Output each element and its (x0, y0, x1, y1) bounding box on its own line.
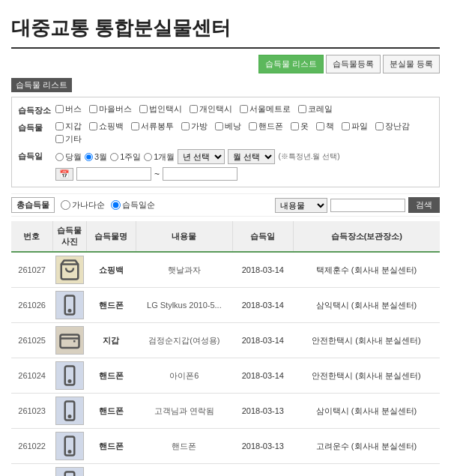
date-month[interactable]: 1개월 (144, 151, 175, 163)
item-clothes[interactable]: 옷 (291, 121, 309, 132)
start-date-input[interactable] (76, 167, 151, 181)
item-checkbox-group: 지갑 쇼핑백 서류봉투 가방 베낭 핸드폰 옷 책 파일 장난감 기타 (55, 121, 433, 145)
sort-total-label: 총습득물 (11, 197, 55, 213)
search-button[interactable]: 검색 (408, 197, 440, 213)
lost-register-btn[interactable]: 습득물등록 (326, 55, 381, 73)
svg-point-2 (69, 310, 71, 312)
section-label: 습득물 리스트 (11, 78, 72, 92)
cell-num-4: 261023 (11, 394, 52, 429)
cell-num-1: 261026 (11, 288, 52, 323)
cell-date-1: 2018-03-14 (233, 288, 294, 323)
place-bus[interactable]: 버스 (55, 103, 82, 115)
cell-num-5: 261022 (11, 429, 52, 464)
cell-name-2: 지갑 (86, 323, 136, 358)
filter-item-content: 지갑 쇼핑백 서류봉투 가방 베낭 핸드폰 옷 책 파일 장난감 기타 (55, 121, 433, 145)
item-wallet[interactable]: 지갑 (55, 121, 82, 132)
main-title: 대중교통 통합분실물센터 (11, 7, 440, 49)
cell-date-4: 2018-03-13 (233, 394, 294, 429)
filter-date-content: 당월 3월 1주일 1개월 년 선택2018201720162015201420… (55, 149, 433, 181)
col-place: 습득장소(보관장소) (293, 221, 440, 252)
filter-place-row: 습득장소 버스 마을버스 법인택시 개인택시 서울메트로 코레일 (18, 103, 433, 116)
cell-content-0: 햇날과자 (136, 252, 232, 288)
filter-place-content: 버스 마을버스 법인택시 개인택시 서울메트로 코레일 (55, 103, 433, 115)
cell-img-2 (52, 323, 86, 358)
date-this-month[interactable]: 당월 (55, 151, 82, 163)
cell-place-5: 고려운수 (회사내 분실센터) (293, 429, 440, 464)
item-book[interactable]: 책 (316, 121, 334, 132)
col-name: 습득물명 (86, 221, 136, 252)
table-row[interactable]: 261024 핸드폰 아이폰6 2018-03-14 안전한택시 (회사내 분실… (11, 358, 440, 394)
cell-date-5: 2018-03-13 (233, 429, 294, 464)
cell-content-6: 노트(한•민 010-4••2-•... (136, 464, 232, 477)
item-phone[interactable]: 핸드폰 (249, 121, 283, 132)
cell-img-6 (52, 464, 86, 477)
date-march[interactable]: 3월 (85, 151, 107, 163)
col-num: 번호 (11, 221, 52, 252)
sort-bar: 총습득물 가나다순 습득일순 내용물습득물명습득장소 검색 (11, 193, 440, 217)
cell-name-6: 핸드폰 (86, 464, 136, 477)
item-shopping-bag[interactable]: 쇼핑백 (89, 121, 124, 132)
cell-num-2: 261025 (11, 323, 52, 358)
cell-content-4: 고객님과 연락됨 (136, 394, 232, 429)
filter-item-row: 습득물 지갑 쇼핑백 서류봉투 가방 베낭 핸드폰 옷 책 파일 장난감 기타 (18, 121, 433, 145)
end-date-input[interactable] (163, 167, 237, 181)
place-seoul-metro[interactable]: 서울메트로 (240, 103, 291, 115)
cell-place-2: 안전한택시 (회사내 분실센터) (293, 323, 440, 358)
filter-date-label: 습득일 (18, 149, 55, 162)
filter-item-label: 습득물 (18, 121, 55, 133)
table-row[interactable]: 261025 지갑 검정순지갑(여성용) 2018-03-14 안전한택시 (회… (11, 323, 440, 358)
sort-date-label[interactable]: 습득일순 (111, 199, 155, 211)
cell-content-3: 아이폰6 (136, 358, 232, 394)
item-toy[interactable]: 장난감 (375, 121, 410, 132)
place-corp-taxi[interactable]: 법인택시 (139, 103, 182, 115)
search-category-select[interactable]: 내용물습득물명습득장소 (275, 198, 327, 213)
item-other[interactable]: 기타 (55, 133, 82, 145)
month-select[interactable]: 월 선택1월2월3월4월5월6월7월8월9월10월11월12월 (228, 149, 275, 164)
place-priv-taxi[interactable]: 개인택시 (190, 103, 232, 115)
search-input[interactable] (330, 199, 405, 212)
item-envelope[interactable]: 서류봉투 (131, 121, 174, 132)
svg-point-9 (69, 451, 71, 453)
cell-img-5 (52, 429, 86, 464)
item-backpack[interactable]: 베낭 (215, 121, 241, 132)
cell-img-3 (52, 358, 86, 394)
item-file[interactable]: 파일 (342, 121, 368, 132)
table-row[interactable]: 261021 핸드폰 노트(한•민 010-4••2-•... 2018-03-… (11, 464, 440, 477)
lost-list-btn[interactable]: 습득물 리스트 (258, 55, 324, 73)
place-korail[interactable]: 코레일 (298, 103, 333, 115)
cell-date-6: 2018-03-13 (233, 464, 294, 477)
place-village-bus[interactable]: 마을버스 (89, 103, 132, 115)
col-date: 습득일 (233, 221, 294, 252)
year-select[interactable]: 년 선택201820172016201520142013201220112010 (178, 149, 225, 164)
lost-item-register-btn[interactable]: 분실물 등록 (383, 55, 440, 73)
cell-img-4 (52, 394, 86, 429)
start-calendar-btn[interactable]: 📅 (55, 168, 73, 181)
cell-place-4: 삼이택시 (회사내 분실센터) (293, 394, 440, 429)
item-bag[interactable]: 가방 (181, 121, 208, 132)
cell-place-6: 삼익택시 (회사내 분실센터) (293, 464, 440, 477)
svg-rect-10 (65, 472, 75, 477)
cell-name-0: 쇼핑백 (86, 252, 136, 288)
cell-date-0: 2018-03-14 (233, 252, 294, 288)
cell-name-5: 핸드폰 (86, 429, 136, 464)
cell-num-3: 261024 (11, 358, 52, 394)
date-radio-row: 당월 3월 1주일 1개월 년 선택2018201720162015201420… (55, 149, 433, 164)
cell-num-0: 261027 (11, 252, 52, 288)
top-buttons: 습득물 리스트 습득물등록 분실물 등록 (11, 55, 440, 73)
cell-place-1: 삼익택시 (회사내 분실센터) (293, 288, 440, 323)
date-week[interactable]: 1주일 (110, 151, 141, 163)
filter-place-label: 습득장소 (18, 103, 55, 116)
table-row[interactable]: 261022 핸드폰 핸드폰 2018-03-13 고려운수 (회사내 분실센터… (11, 429, 440, 464)
filter-date-row: 습득일 당월 3월 1주일 1개월 년 선택201820172016201520… (18, 149, 433, 181)
cell-img-0 (52, 252, 86, 288)
cell-name-4: 핸드폰 (86, 394, 136, 429)
table-row[interactable]: 261026 핸드폰 LG Stylkus 2010-5... 2018-03-… (11, 288, 440, 323)
sort-alpha-label[interactable]: 가나다순 (61, 199, 105, 211)
cell-place-0: 택제훈수 (회사내 분실센터) (293, 252, 440, 288)
table-row[interactable]: 261027 쇼핑백 햇날과자 2018-03-14 택제훈수 (회사내 분실센… (11, 252, 440, 288)
table-row[interactable]: 261023 핸드폰 고객님과 연락됨 2018-03-13 삼이택시 (회사내… (11, 394, 440, 429)
filter-box: 습득장소 버스 마을버스 법인택시 개인택시 서울메트로 코레일 습득물 지갑 … (11, 97, 440, 187)
cell-content-5: 핸드폰 (136, 429, 232, 464)
cell-name-3: 핸드폰 (86, 358, 136, 394)
svg-point-7 (69, 415, 71, 418)
